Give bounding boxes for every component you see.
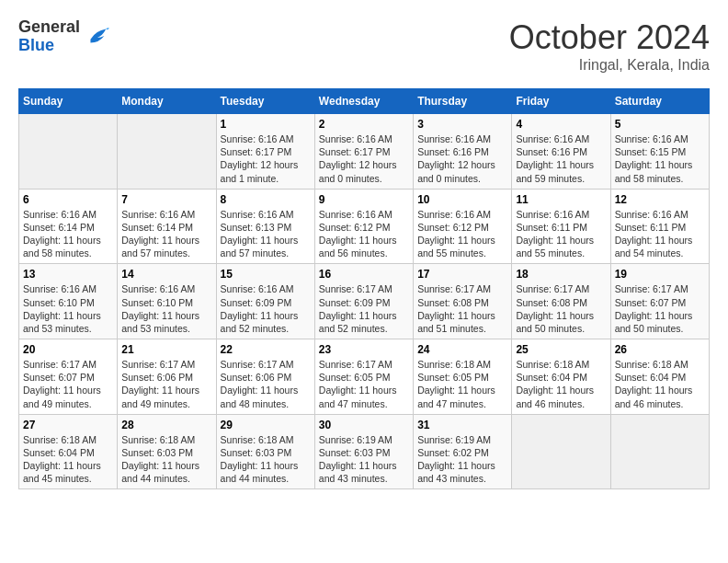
calendar-cell: 15Sunrise: 6:16 AMSunset: 6:09 PMDayligh…: [216, 264, 314, 339]
day-number: 10: [417, 193, 507, 206]
day-number: 4: [516, 118, 606, 131]
weekday-header-thursday: Thursday: [414, 89, 512, 114]
calendar-cell: 14Sunrise: 6:16 AMSunset: 6:10 PMDayligh…: [118, 264, 216, 339]
calendar-week-4: 20Sunrise: 6:17 AMSunset: 6:07 PMDayligh…: [19, 339, 710, 415]
calendar-week-2: 6Sunrise: 6:16 AMSunset: 6:14 PMDaylight…: [19, 189, 710, 264]
title-block: October 2024 Iringal, Kerala, India: [509, 18, 710, 74]
day-info: Sunrise: 6:18 AMSunset: 6:04 PMDaylight:…: [23, 433, 113, 486]
day-number: 16: [319, 268, 409, 281]
day-number: 20: [23, 343, 113, 356]
day-number: 2: [319, 118, 409, 131]
calendar-cell: 11Sunrise: 6:16 AMSunset: 6:11 PMDayligh…: [512, 189, 610, 264]
day-number: 22: [221, 343, 311, 356]
day-number: 31: [417, 419, 507, 431]
calendar-body: 1Sunrise: 6:16 AMSunset: 6:17 PMDaylight…: [19, 114, 710, 489]
day-info: Sunrise: 6:16 AMSunset: 6:11 PMDaylight:…: [516, 208, 606, 260]
day-number: 23: [319, 343, 409, 356]
day-number: 5: [615, 118, 705, 131]
day-info: Sunrise: 6:16 AMSunset: 6:14 PMDaylight:…: [121, 208, 211, 260]
calendar-cell: 25Sunrise: 6:18 AMSunset: 6:04 PMDayligh…: [512, 339, 610, 415]
day-info: Sunrise: 6:17 AMSunset: 6:09 PMDaylight:…: [319, 282, 409, 335]
weekday-header-saturday: Saturday: [610, 89, 709, 114]
day-info: Sunrise: 6:16 AMSunset: 6:17 PMDaylight:…: [221, 132, 311, 185]
day-number: 6: [23, 193, 113, 206]
day-info: Sunrise: 6:17 AMSunset: 6:08 PMDaylight:…: [516, 282, 606, 335]
calendar-cell: 8Sunrise: 6:16 AMSunset: 6:13 PMDaylight…: [216, 189, 314, 264]
calendar-week-5: 27Sunrise: 6:18 AMSunset: 6:04 PMDayligh…: [19, 414, 710, 489]
day-number: 8: [221, 193, 311, 206]
calendar-cell: 19Sunrise: 6:17 AMSunset: 6:07 PMDayligh…: [610, 264, 709, 339]
calendar-cell: [19, 114, 118, 190]
calendar-cell: 16Sunrise: 6:17 AMSunset: 6:09 PMDayligh…: [314, 264, 413, 339]
day-info: Sunrise: 6:16 AMSunset: 6:12 PMDaylight:…: [319, 208, 409, 260]
calendar-cell: 13Sunrise: 6:16 AMSunset: 6:10 PMDayligh…: [19, 264, 118, 339]
calendar-cell: 21Sunrise: 6:17 AMSunset: 6:06 PMDayligh…: [118, 339, 216, 415]
calendar-cell: 2Sunrise: 6:16 AMSunset: 6:17 PMDaylight…: [314, 114, 413, 190]
calendar-cell: 31Sunrise: 6:19 AMSunset: 6:02 PMDayligh…: [414, 414, 512, 489]
day-info: Sunrise: 6:16 AMSunset: 6:13 PMDaylight:…: [221, 208, 311, 260]
weekday-header-sunday: Sunday: [19, 89, 118, 114]
calendar-cell: 17Sunrise: 6:17 AMSunset: 6:08 PMDayligh…: [414, 264, 512, 339]
month-title: October 2024: [509, 18, 710, 57]
calendar-cell: 27Sunrise: 6:18 AMSunset: 6:04 PMDayligh…: [19, 414, 118, 489]
calendar-cell: 23Sunrise: 6:17 AMSunset: 6:05 PMDayligh…: [314, 339, 413, 415]
calendar-cell: 24Sunrise: 6:18 AMSunset: 6:05 PMDayligh…: [414, 339, 512, 415]
day-info: Sunrise: 6:17 AMSunset: 6:08 PMDaylight:…: [417, 282, 507, 335]
calendar-cell: 5Sunrise: 6:16 AMSunset: 6:15 PMDaylight…: [610, 114, 709, 190]
day-number: 13: [23, 268, 113, 281]
day-info: Sunrise: 6:17 AMSunset: 6:06 PMDaylight:…: [121, 358, 211, 410]
day-number: 7: [121, 193, 211, 206]
day-info: Sunrise: 6:16 AMSunset: 6:16 PMDaylight:…: [417, 132, 507, 185]
location-subtitle: Iringal, Kerala, India: [509, 57, 710, 74]
day-number: 9: [319, 193, 409, 206]
calendar-cell: [512, 414, 610, 489]
calendar-cell: 1Sunrise: 6:16 AMSunset: 6:17 PMDaylight…: [216, 114, 314, 190]
calendar-week-1: 1Sunrise: 6:16 AMSunset: 6:17 PMDaylight…: [19, 114, 710, 190]
calendar-cell: 9Sunrise: 6:16 AMSunset: 6:12 PMDaylight…: [314, 189, 413, 264]
day-info: Sunrise: 6:17 AMSunset: 6:06 PMDaylight:…: [221, 358, 311, 410]
logo-blue: Blue: [18, 37, 80, 55]
weekday-header-wednesday: Wednesday: [314, 89, 413, 114]
weekday-header-friday: Friday: [512, 89, 610, 114]
calendar-cell: 20Sunrise: 6:17 AMSunset: 6:07 PMDayligh…: [19, 339, 118, 415]
calendar-cell: 29Sunrise: 6:18 AMSunset: 6:03 PMDayligh…: [216, 414, 314, 489]
day-number: 15: [221, 268, 311, 281]
day-info: Sunrise: 6:16 AMSunset: 6:12 PMDaylight:…: [417, 208, 507, 260]
calendar-cell: 7Sunrise: 6:16 AMSunset: 6:14 PMDaylight…: [118, 189, 216, 264]
day-info: Sunrise: 6:17 AMSunset: 6:07 PMDaylight:…: [23, 358, 113, 410]
day-info: Sunrise: 6:16 AMSunset: 6:17 PMDaylight:…: [319, 132, 409, 185]
day-number: 14: [121, 268, 211, 281]
day-number: 18: [516, 268, 606, 281]
weekday-row: SundayMondayTuesdayWednesdayThursdayFrid…: [19, 89, 710, 114]
day-info: Sunrise: 6:17 AMSunset: 6:07 PMDaylight:…: [615, 282, 705, 335]
day-info: Sunrise: 6:19 AMSunset: 6:03 PMDaylight:…: [319, 433, 409, 486]
calendar-cell: 28Sunrise: 6:18 AMSunset: 6:03 PMDayligh…: [118, 414, 216, 489]
calendar-cell: 30Sunrise: 6:19 AMSunset: 6:03 PMDayligh…: [314, 414, 413, 489]
day-number: 26: [615, 343, 705, 356]
day-number: 19: [615, 268, 705, 281]
calendar-cell: 22Sunrise: 6:17 AMSunset: 6:06 PMDayligh…: [216, 339, 314, 415]
logo-general: General: [18, 18, 80, 37]
logo-text: General Blue: [18, 18, 80, 55]
day-info: Sunrise: 6:18 AMSunset: 6:04 PMDaylight:…: [516, 358, 606, 410]
day-number: 3: [417, 118, 507, 131]
logo-bird-icon: [84, 24, 109, 50]
day-info: Sunrise: 6:16 AMSunset: 6:15 PMDaylight:…: [615, 132, 705, 185]
day-info: Sunrise: 6:16 AMSunset: 6:16 PMDaylight:…: [516, 132, 606, 185]
calendar-cell: 12Sunrise: 6:16 AMSunset: 6:11 PMDayligh…: [610, 189, 709, 264]
day-info: Sunrise: 6:16 AMSunset: 6:11 PMDaylight:…: [615, 208, 705, 260]
day-number: 24: [417, 343, 507, 356]
calendar-cell: 10Sunrise: 6:16 AMSunset: 6:12 PMDayligh…: [414, 189, 512, 264]
calendar-cell: 3Sunrise: 6:16 AMSunset: 6:16 PMDaylight…: [414, 114, 512, 190]
day-number: 12: [615, 193, 705, 206]
day-info: Sunrise: 6:16 AMSunset: 6:09 PMDaylight:…: [221, 282, 311, 335]
day-info: Sunrise: 6:17 AMSunset: 6:05 PMDaylight:…: [319, 358, 409, 410]
day-number: 11: [516, 193, 606, 206]
day-info: Sunrise: 6:16 AMSunset: 6:14 PMDaylight:…: [23, 208, 113, 260]
day-info: Sunrise: 6:18 AMSunset: 6:05 PMDaylight:…: [417, 358, 507, 410]
day-number: 21: [121, 343, 211, 356]
logo: General Blue: [18, 18, 109, 55]
calendar-table: SundayMondayTuesdayWednesdayThursdayFrid…: [18, 88, 710, 489]
calendar-week-3: 13Sunrise: 6:16 AMSunset: 6:10 PMDayligh…: [19, 264, 710, 339]
day-number: 28: [121, 419, 211, 431]
